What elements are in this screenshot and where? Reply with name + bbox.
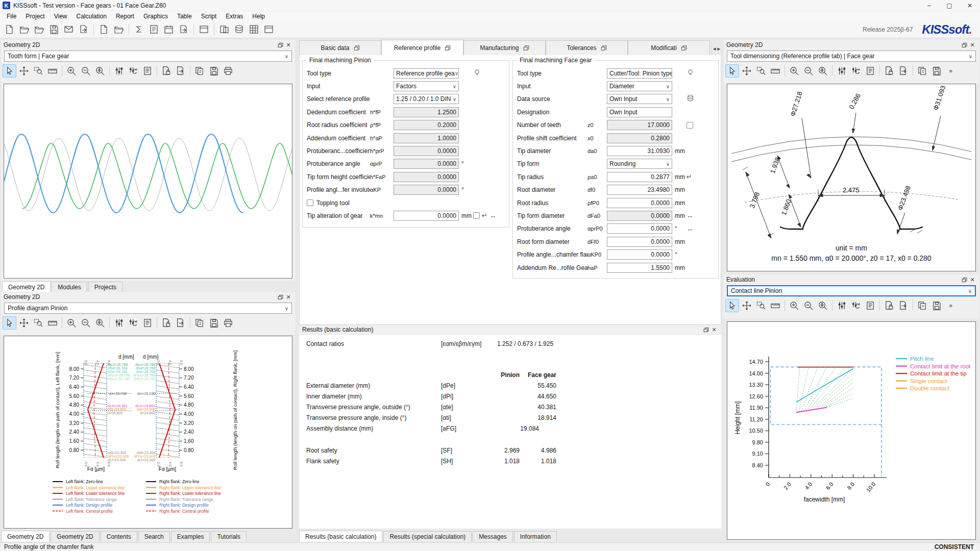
document-lock-button[interactable] <box>882 64 896 78</box>
menu-file[interactable]: File <box>2 12 21 20</box>
input-dropdown[interactable]: Diameter∨ <box>607 81 672 91</box>
document-lock-button[interactable] <box>882 299 896 312</box>
report-button[interactable] <box>140 316 154 330</box>
save-button[interactable] <box>207 64 220 78</box>
document-export-button[interactable] <box>174 316 187 330</box>
checkbox[interactable] <box>687 122 693 129</box>
designation-field[interactable]: Own Input <box>607 107 672 117</box>
tab-modificati[interactable]: Modificati <box>628 40 710 55</box>
document-lock-button[interactable] <box>159 64 173 78</box>
pointer-button[interactable] <box>725 64 739 78</box>
ruler-button[interactable] <box>768 64 782 78</box>
zoom-fit-button[interactable] <box>816 299 829 312</box>
zoom-fit-button[interactable] <box>93 316 107 330</box>
move-button[interactable] <box>740 299 753 312</box>
profile-diagram-canvas[interactable]: 8.008.007.207.206.406.405.605.604.804.80… <box>4 336 292 529</box>
copy-button[interactable] <box>915 64 929 78</box>
menu-graphics[interactable]: Graphics <box>139 12 173 20</box>
tab-reference-profile[interactable]: Reference profile <box>381 40 463 55</box>
zoom-out-button[interactable] <box>79 316 92 330</box>
return-icon[interactable]: ↵ <box>687 173 692 180</box>
tip-alteration-of-gear-field[interactable]: 0.0000 <box>394 211 459 221</box>
move-button[interactable] <box>740 64 753 78</box>
float-tab-icon[interactable] <box>445 45 451 51</box>
zoom-selection-button[interactable] <box>754 299 768 312</box>
open-file-button[interactable] <box>17 22 31 36</box>
float-tab-icon[interactable] <box>354 45 360 51</box>
document-export-button[interactable] <box>896 299 910 312</box>
move-button[interactable] <box>17 316 31 330</box>
tip-form-dropdown[interactable]: Rounding∨ <box>607 159 672 169</box>
float-panel-icon[interactable] <box>960 41 968 48</box>
save-file-button[interactable] <box>47 22 61 36</box>
database-icon[interactable] <box>687 94 694 104</box>
checkbox[interactable] <box>473 212 480 219</box>
sliders-reset-button[interactable] <box>126 64 140 78</box>
project-schedule-button[interactable] <box>162 22 176 36</box>
float-panel-icon[interactable] <box>276 41 284 48</box>
close-panel-icon[interactable]: ✕ <box>710 326 718 333</box>
calculator-button[interactable] <box>247 22 261 36</box>
save-button[interactable] <box>929 299 943 312</box>
float-panel-icon[interactable] <box>276 293 284 300</box>
zoom-in-button[interactable] <box>64 64 78 78</box>
menu-project[interactable]: Project <box>21 12 49 20</box>
tab-information[interactable]: Information <box>514 531 557 542</box>
tab-results-special-calculation-[interactable]: Results (special calculation) <box>383 531 472 542</box>
new-calculation-button[interactable] <box>97 22 111 36</box>
new-file-button[interactable] <box>3 22 16 36</box>
left-right-icon[interactable]: ↔ <box>687 226 693 232</box>
tool-dimensioning-canvas[interactable]: Φ27.218 0.286 Φ31.093 1.938 3.798 1.860 … <box>727 84 976 271</box>
tab-manufacturing[interactable]: Manufacturing <box>463 40 546 55</box>
menu-script[interactable]: Script <box>197 12 222 20</box>
tab-contents[interactable]: Contents <box>101 531 137 542</box>
sliders-button[interactable] <box>835 64 848 78</box>
zoom-in-button[interactable] <box>787 64 801 78</box>
tooth-form-canvas[interactable] <box>4 84 292 279</box>
close-button[interactable]: ✕ <box>960 0 980 11</box>
contact-line-canvas[interactable]: 14.7014.0013.3012.6011.9011.2010.509.809… <box>727 321 976 540</box>
window-layout-button[interactable] <box>262 22 276 36</box>
graphic-select-dropdown[interactable]: Tool dimensioning (Reference profile tab… <box>727 51 976 62</box>
graphic-select-dropdown[interactable]: Profile diagram Pinion∨ <box>4 303 292 314</box>
tip-radius-field[interactable]: 0.2877 <box>607 172 672 182</box>
sliders-reset-button[interactable] <box>849 64 863 78</box>
tab-basic-data[interactable]: Basic data <box>299 40 381 55</box>
file-export-button[interactable] <box>77 22 90 36</box>
tab-geometry-2d[interactable]: Geometry 2D <box>2 281 51 292</box>
maximize-button[interactable]: ▢ <box>939 0 960 11</box>
float-tab-icon[interactable] <box>681 45 687 51</box>
evaluation-select-dropdown[interactable]: Contact line Pinion∨ <box>727 285 976 296</box>
report-button[interactable] <box>863 64 877 78</box>
float-tab-icon[interactable] <box>601 45 607 51</box>
document-lock-button[interactable] <box>159 316 173 330</box>
copy-button[interactable] <box>192 64 206 78</box>
topping-tool-checkbox[interactable] <box>307 199 313 206</box>
profile-angle-chamfer-flank-field[interactable]: 0.0000 <box>607 249 672 260</box>
zoom-in-button[interactable] <box>787 299 801 312</box>
print-button[interactable] <box>221 64 235 78</box>
save-button[interactable] <box>207 316 220 330</box>
zoom-out-button[interactable] <box>801 299 815 312</box>
menu-view[interactable]: View <box>50 12 72 20</box>
zoom-out-button[interactable] <box>801 64 815 78</box>
hint-bulb-icon[interactable] <box>687 69 694 78</box>
left-right-icon[interactable]: ↔ <box>687 212 693 219</box>
print-button[interactable] <box>221 316 235 330</box>
sliders-button[interactable] <box>112 316 126 330</box>
settings-dialog-button[interactable] <box>197 22 211 36</box>
copy-button[interactable] <box>192 316 206 330</box>
tool-type-dropdown[interactable]: Cutter/Tool: Pinion type∨ <box>607 68 672 79</box>
ruler-button[interactable] <box>768 299 782 312</box>
email-report-button[interactable] <box>62 22 76 36</box>
zoom-selection-button[interactable] <box>31 64 45 78</box>
zoom-selection-button[interactable] <box>31 316 45 330</box>
protuberance-angle-field[interactable]: 0.0000 <box>607 223 672 234</box>
tab-geometry-2d[interactable]: Geometry 2D <box>1 531 50 542</box>
database-tool-button[interactable] <box>232 22 246 36</box>
sliders-reset-button[interactable] <box>849 299 863 312</box>
copy-button[interactable] <box>915 299 929 312</box>
open-project-button[interactable] <box>32 22 46 36</box>
left-right-icon[interactable]: ↔ <box>489 212 496 219</box>
menu-extras[interactable]: Extras <box>221 12 248 20</box>
